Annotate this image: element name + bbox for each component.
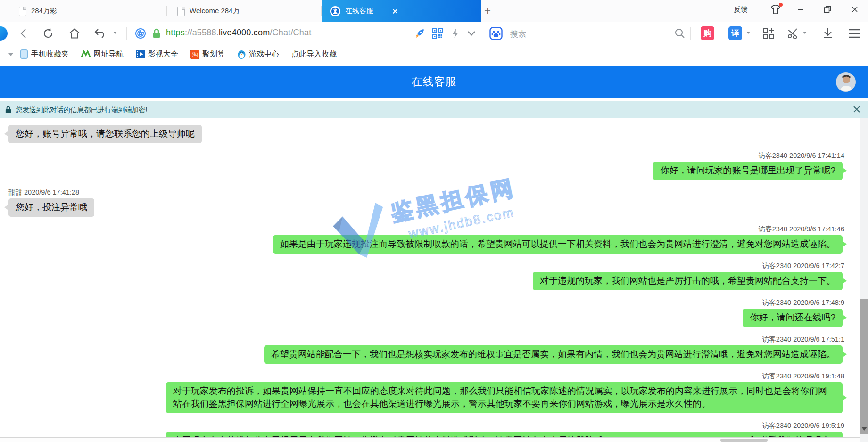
bookmarks-dropdown-icon[interactable] — [8, 53, 13, 58]
shopping-assistant-icon[interactable]: 购 — [701, 26, 714, 40]
download-icon[interactable] — [821, 27, 835, 40]
message-meta: 甜甜 2020/9/6 17:41:28 — [8, 188, 79, 197]
vertical-scrollbar-thumb[interactable] — [860, 299, 868, 434]
back-icon[interactable] — [17, 27, 30, 40]
page-icon — [177, 7, 185, 16]
encryption-notice-bar: 您发送到此对话的信息都已进行端到端加密! — [0, 101, 868, 118]
message-bubble: 对于违规的玩家，我们网站也是严厉打击的哦，希望贵网站配合支持一下。 — [533, 272, 843, 290]
tab-welcome[interactable]: Welcome 284万 — [170, 0, 322, 22]
page-title: 在线客服 — [412, 74, 457, 89]
scissors-dropdown-icon[interactable] — [803, 32, 807, 36]
url-scheme: https — [166, 28, 185, 37]
browser-logo[interactable] — [0, 26, 8, 41]
message-bubble: 你好，请问还在线吗? — [743, 309, 843, 327]
translate-dropdown-icon[interactable] — [746, 32, 750, 36]
bookmark-label: 游戏中心 — [249, 49, 279, 59]
translate-icon[interactable]: 译 — [728, 26, 742, 40]
chevron-down-icon[interactable] — [465, 27, 478, 40]
chat-message: 访客2340 2020/9/6 17:41:14 你好，请问玩家的账号是哪里出现… — [4, 151, 847, 180]
message-meta: 访客2340 2020/9/6 19:1:48 — [762, 372, 844, 381]
bookmark-label: 点此导入收藏 — [291, 49, 337, 59]
chat-message: 访客2340 2020/9/6 17:41:46 如果是由于玩家违规投注而导致被… — [4, 225, 847, 254]
message-meta: 访客2340 2020/9/6 17:41:14 — [759, 151, 844, 160]
bookmarks-bar: 手机收藏夹网址导航影视大全淘聚划算游戏中心点此导入收藏 — [0, 45, 868, 64]
url-domain: live4000.com — [219, 28, 270, 37]
tab-bar: 284万彩 Welcome 284万 在线客服 + 反馈 — [0, 0, 868, 22]
penguin-icon — [237, 49, 246, 59]
message-bubble: 你好，请问玩家的账号是哪里出现了异常呢? — [653, 162, 843, 180]
message-meta: 访客2340 2020/9/6 19:5:19 — [762, 421, 844, 430]
horizontal-scrollbar-thumb[interactable] — [720, 439, 768, 442]
divider — [690, 27, 691, 40]
divider — [126, 27, 127, 40]
scrollbar-down-arrow-icon[interactable] — [861, 427, 867, 434]
message-meta: 访客2340 2020/9/6 17:42:7 — [762, 262, 844, 270]
bookmark-item-3[interactable]: 影视大全 — [136, 49, 178, 59]
search-label[interactable]: 搜索 — [510, 29, 526, 40]
customer-service-icon — [330, 6, 340, 16]
message-bubble: 您好，投注异常哦 — [8, 198, 94, 217]
notice-close-icon[interactable] — [852, 105, 861, 114]
message-bubble: 您好，账号异常哦，请您联系您的上级导师呢 — [8, 125, 202, 143]
chat-message: 访客2340 2020/9/6 17:42:7 对于违规的玩家，我们网站也是严厉… — [4, 262, 847, 290]
url-path: /Chat/Chat — [270, 28, 311, 37]
tab-label: Welcome 284万 — [190, 7, 240, 16]
message-bubble: 对于玩家发布的投诉，如果贵网站保持一直不回应的态度来对待此问题，那么我们只能相信… — [166, 382, 843, 413]
chat-message: 访客2340 2020/9/6 17:48:9 你好，请问还在线吗? — [4, 298, 847, 327]
screenshot-scissors-icon[interactable] — [786, 27, 800, 40]
tab-separator — [166, 6, 167, 16]
bookmark-item-1[interactable]: 手机收藏夹 — [20, 49, 69, 59]
bookmark-label: 网址导航 — [93, 49, 124, 59]
feedback-link[interactable]: 反馈 — [734, 5, 748, 14]
minimize-button[interactable] — [790, 0, 811, 19]
rocket-boost-icon[interactable] — [413, 27, 426, 40]
lightning-icon[interactable] — [449, 27, 462, 40]
search-icon[interactable] — [673, 27, 686, 40]
reload-icon[interactable] — [41, 27, 55, 40]
restore-button[interactable] — [817, 0, 838, 19]
address-url[interactable]: https://a5588.live4000.com/Chat/Chat — [166, 28, 311, 38]
menu-icon[interactable] — [848, 27, 861, 40]
home-icon[interactable] — [68, 27, 81, 40]
bookmark-item-2[interactable]: 网址导航 — [81, 49, 124, 59]
message-bubble: 希望贵网站能配合一下，我们也是想核实玩家发布的维权事宜是否属实，如果有内情，我们… — [264, 345, 843, 364]
undo-icon[interactable] — [93, 27, 107, 40]
tab-online-service[interactable]: 在线客服 — [322, 0, 481, 22]
chat-message: 甜甜 2020/9/6 17:41:28 您好，投注异常哦 — [4, 188, 847, 217]
divider — [482, 27, 482, 40]
undo-dropdown-icon[interactable] — [113, 32, 117, 36]
bookmark-label: 影视大全 — [148, 49, 178, 59]
new-tab-button[interactable]: + — [482, 6, 493, 17]
bookmark-label: 聚划算 — [202, 49, 225, 59]
lock-icon — [5, 106, 12, 114]
secure-lock-icon[interactable] — [150, 27, 163, 40]
close-window-button[interactable] — [844, 0, 866, 19]
tab-close-icon[interactable] — [391, 8, 399, 15]
qr-code-icon[interactable] — [431, 27, 444, 40]
bookmark-label: 手机收藏夹 — [31, 49, 69, 59]
notification-dot — [779, 3, 783, 7]
nav2345-icon — [81, 50, 91, 58]
phone-icon — [20, 49, 28, 59]
navigation-bar: https://a5588.live4000.com/Chat/Chat 搜索 … — [0, 22, 868, 45]
avatar[interactable] — [836, 72, 856, 92]
svg-text:淘: 淘 — [192, 51, 198, 58]
tab-label: 284万彩 — [31, 7, 57, 16]
tab-separator — [321, 6, 322, 16]
skin-theme-button[interactable] — [765, 0, 786, 19]
bookmark-item-4[interactable]: 淘聚划算 — [190, 49, 225, 59]
message-bubble: 如果是由于玩家违规投注而导致被限制取款的话，希望贵网站可以提供一下相关资料，我们… — [273, 235, 843, 254]
chat-message-area[interactable]: 您好，账号异常哦，请您联系您的上级导师呢 访客2340 2020/9/6 17:… — [0, 118, 860, 442]
encryption-notice-text: 您发送到此对话的信息都已进行端到端加密! — [16, 106, 148, 115]
bookmark-item-5[interactable]: 游戏中心 — [237, 49, 279, 59]
chat-message: 访客2340 2020/9/6 19:1:48 对于玩家发布的投诉，如果贵网站保… — [4, 372, 847, 413]
extensions-icon[interactable] — [762, 27, 775, 40]
chat-message: 访客2340 2020/9/6 17:51:1 希望贵网站能配合一下，我们也是想… — [4, 335, 847, 364]
message-meta: 访客2340 2020/9/6 17:48:9 — [762, 298, 844, 307]
baidu-search-icon[interactable] — [489, 27, 503, 40]
taobao-icon: 淘 — [190, 50, 199, 59]
tab-284wancai[interactable]: 284万彩 — [11, 0, 167, 22]
bookmark-item-6[interactable]: 点此导入收藏 — [291, 49, 337, 59]
site-safety-icon[interactable] — [134, 27, 147, 40]
tab-label: 在线客服 — [345, 7, 373, 16]
